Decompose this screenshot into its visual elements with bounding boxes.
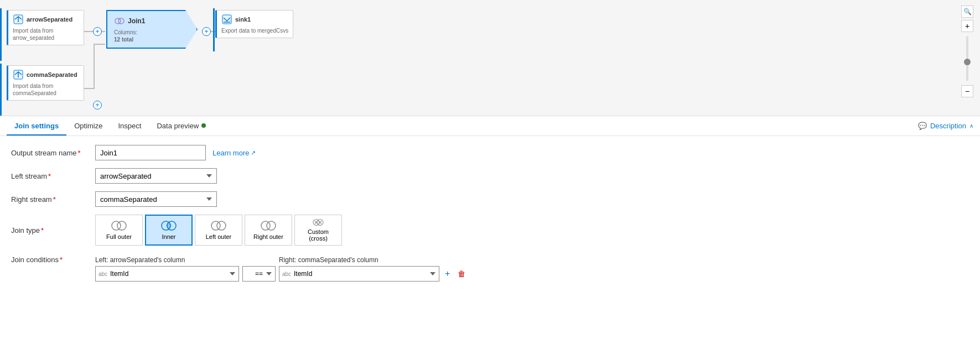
zoom-out-button[interactable]: − <box>961 85 973 97</box>
right-col-header: Right: commaSeparated's column <box>279 256 439 264</box>
svg-rect-3 <box>0 64 2 116</box>
node-arrow-sep-header: arrowSeparated <box>13 14 72 25</box>
chat-icon: 💬 <box>918 122 927 130</box>
node-comma-sep-title: commaSeparated <box>27 71 77 78</box>
right-stream-label: Right stream* <box>11 195 89 204</box>
search-canvas-button[interactable]: 🔍 <box>961 6 973 18</box>
tab-inspect[interactable]: Inspect <box>110 117 149 136</box>
left-stream-required: * <box>48 172 51 180</box>
node-arrow-sep-sub: Import data from arrow_separated <box>13 27 54 41</box>
output-stream-label: Output stream name* <box>11 149 89 157</box>
node-sink1-header: sink1 <box>221 14 251 25</box>
svg-point-13 <box>112 221 121 230</box>
right-stream-select[interactable]: commaSeparated <box>95 191 217 207</box>
node-arrow-sep-title: arrowSeparated <box>27 16 72 23</box>
svg-rect-2 <box>0 8 2 61</box>
node-join1[interactable]: Join1 Columns: 12 total <box>106 10 198 49</box>
node-comma-sep-sub: Import data from commaSeparated <box>13 82 56 97</box>
description-toggle[interactable]: 💬 Description ∧ <box>918 122 973 130</box>
delete-condition-button[interactable]: 🗑 <box>455 269 468 278</box>
plus-below-comma-sep[interactable]: + <box>93 101 102 110</box>
join-type-full-outer[interactable]: Full outer <box>95 215 143 246</box>
join-type-row: Join type* Full outer Inner <box>11 215 969 246</box>
svg-point-20 <box>267 221 276 230</box>
plus-after-arrow-sep[interactable]: + <box>93 27 102 36</box>
custom-cross-icon <box>310 218 326 226</box>
node-comma-sep-icon <box>13 69 24 80</box>
svg-point-19 <box>261 221 270 230</box>
node-arrow-sep-icon <box>13 14 24 25</box>
tab-join-settings[interactable]: Join settings <box>7 117 66 136</box>
node-join1-sub: Columns: 12 total <box>114 29 181 43</box>
plus-after-join1[interactable]: + <box>202 27 211 36</box>
right-stream-row: Right stream* commaSeparated <box>11 191 969 207</box>
right-column-select[interactable]: ItemId <box>279 266 439 282</box>
node-sink1-sub: Export data to mergedCsvs <box>221 27 288 34</box>
join-type-left-outer[interactable]: Left outer <box>195 215 242 246</box>
svg-point-18 <box>217 221 226 230</box>
right-stream-select-wrapper: commaSeparated <box>95 191 217 207</box>
left-col-header: Left: arrowSeparated's column <box>95 256 239 264</box>
zoom-handle <box>964 59 971 65</box>
chevron-up-icon: ∧ <box>969 123 973 129</box>
node-sink1-icon <box>221 14 232 25</box>
node-comma-separated[interactable]: commaSeparated Import data from commaSep… <box>7 65 84 101</box>
zoom-controls: 🔍 + − <box>961 6 973 97</box>
join-conditions-label: Join conditions* <box>11 253 89 264</box>
tab-data-preview[interactable]: Data preview <box>149 117 214 136</box>
canvas-area: arrowSeparated Import data from arrow_se… <box>0 0 980 116</box>
output-stream-input[interactable] <box>95 145 206 160</box>
left-stream-select[interactable]: arrowSeparated <box>95 168 217 184</box>
left-stream-label: Left stream* <box>11 172 89 180</box>
condition-row-1: abc ItemId == != > < abc ItemId <box>95 266 468 282</box>
inner-icon <box>160 220 177 231</box>
join-types-group: Full outer Inner Left outer <box>95 215 342 246</box>
svg-point-17 <box>211 221 220 230</box>
zoom-in-button[interactable]: + <box>961 20 973 32</box>
join-conditions-row: Join conditions* Left: arrowSeparated's … <box>11 253 969 282</box>
conditions-section: Left: arrowSeparated's column Right: com… <box>95 256 468 282</box>
learn-more-link[interactable]: Learn more <box>212 149 256 157</box>
node-sink1[interactable]: sink1 Export data to mergedCsvs <box>215 10 293 38</box>
left-outer-icon <box>210 220 227 231</box>
join-type-custom-cross[interactable]: Custom (cross) <box>294 215 342 246</box>
operator-select[interactable]: == != > < <box>242 266 276 282</box>
node-join1-title: Join1 <box>128 17 145 25</box>
output-stream-row: Output stream name* Learn more <box>11 145 969 160</box>
left-column-wrapper: abc ItemId <box>95 266 239 282</box>
node-join1-header: Join1 <box>114 15 181 27</box>
data-preview-dot <box>201 123 206 128</box>
join-type-label: Join type* <box>11 226 89 235</box>
node-join1-icon <box>114 15 125 27</box>
node-sink1-title: sink1 <box>235 16 251 23</box>
tab-bar: Join settings Optimize Inspect Data prev… <box>0 116 980 136</box>
node-comma-sep-header: commaSeparated <box>13 69 77 80</box>
join-type-right-outer[interactable]: Right outer <box>245 215 292 246</box>
conditions-header: Left: arrowSeparated's column Right: com… <box>95 256 468 264</box>
svg-point-14 <box>117 221 126 230</box>
left-column-select[interactable]: ItemId <box>95 266 239 282</box>
zoom-slider[interactable] <box>966 37 968 81</box>
node-arrow-separated[interactable]: arrowSeparated Import data from arrow_se… <box>7 10 84 45</box>
full-outer-icon <box>111 220 127 231</box>
right-column-wrapper: abc ItemId <box>279 266 439 282</box>
right-stream-required: * <box>53 195 56 204</box>
settings-panel: Output stream name* Learn more Left stre… <box>0 136 980 349</box>
tab-optimize[interactable]: Optimize <box>66 117 110 136</box>
svg-point-8 <box>118 18 124 24</box>
right-outer-icon <box>260 220 277 231</box>
left-stream-select-wrapper: arrowSeparated <box>95 168 217 184</box>
output-stream-required: * <box>78 149 81 157</box>
add-condition-button[interactable]: + <box>443 269 452 279</box>
join-type-inner[interactable]: Inner <box>145 215 193 246</box>
left-stream-row: Left stream* arrowSeparated <box>11 168 969 184</box>
